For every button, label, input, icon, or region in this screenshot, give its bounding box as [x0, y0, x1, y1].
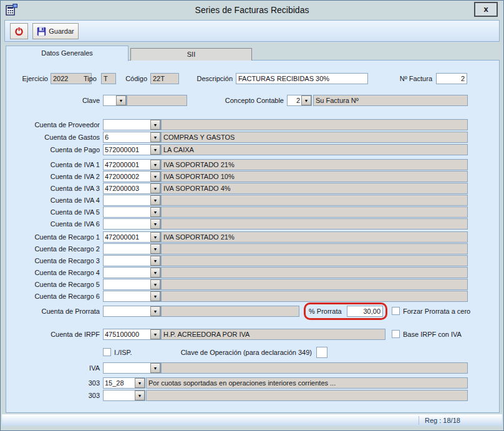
cuenta-recargo-2-value[interactable]: [104, 244, 150, 254]
chevron-down-icon[interactable]: ▼: [116, 95, 126, 105]
cuenta-pago-desc: LA CAIXA: [161, 144, 468, 155]
cuenta-gastos-combo[interactable]: 6 ▼: [103, 132, 161, 143]
cuenta-iva-3-row: Cuenta de IVA 3 472000003▼ IVA SOPORTADO…: [6, 183, 499, 194]
cuenta-iva-6-label: Cuenta de IVA 6: [6, 218, 100, 230]
chevron-down-icon[interactable]: ▼: [150, 306, 160, 316]
chevron-down-icon[interactable]: ▼: [301, 95, 311, 105]
chevron-down-icon[interactable]: ▼: [150, 172, 160, 182]
cuenta-recargo-3-value[interactable]: [104, 256, 150, 266]
cuenta-gastos-value[interactable]: 6: [104, 132, 150, 142]
cuenta-iva-4-combo[interactable]: ▼: [103, 195, 161, 206]
chevron-down-icon[interactable]: ▼: [150, 244, 160, 254]
cuenta-recargo-1-combo[interactable]: 472000001▼: [103, 231, 161, 243]
tab-sii[interactable]: SII: [130, 48, 252, 61]
cuenta-prorrata-value[interactable]: [104, 306, 150, 316]
cuenta-recargo-3-desc: [161, 255, 468, 266]
cuenta-iva-2-combo[interactable]: 472000002▼: [103, 171, 161, 182]
save-button[interactable]: Guardar: [32, 23, 79, 39]
cuenta-pago-value[interactable]: 572000001: [104, 145, 150, 155]
clave-value[interactable]: [104, 95, 116, 105]
cuenta-recargo-5-combo[interactable]: ▼: [103, 279, 161, 290]
cuenta-iva-5-value[interactable]: [104, 207, 150, 217]
cuenta-recargo-2-combo[interactable]: ▼: [103, 243, 161, 254]
cuenta-pago-label: Cuenta de Pago: [6, 144, 100, 155]
cuenta-recargo-4-row: Cuenta de Recargo 4 ▼: [6, 267, 499, 278]
clave-row: Clave ▼ Concepto Contable 2 ▼ Su Factura…: [6, 95, 499, 106]
cuenta-iva-1-combo[interactable]: 472000001▼: [103, 159, 161, 170]
chevron-down-icon[interactable]: ▼: [150, 195, 160, 205]
chevron-down-icon[interactable]: ▼: [150, 279, 160, 289]
chevron-down-icon[interactable]: ▼: [135, 390, 145, 400]
header-row: Ejercicio 2022 Tipo T Código 22T Descrip…: [6, 73, 499, 84]
cuenta-recargo-3-combo[interactable]: ▼: [103, 255, 161, 266]
iva-bottom-combo[interactable]: ▼: [103, 362, 161, 374]
close-button[interactable]: x: [474, 2, 498, 17]
forzar-prorrata-checkbox[interactable]: [392, 307, 400, 315]
chevron-down-icon[interactable]: ▼: [150, 363, 160, 373]
descripcion-input[interactable]: FACTURAS RECIBIDAS 30%: [236, 73, 368, 84]
cuenta-iva-6-combo[interactable]: ▼: [103, 218, 161, 230]
modelo-303-2-combo[interactable]: ▼: [103, 390, 145, 401]
cuenta-proveedor-value[interactable]: [104, 120, 150, 130]
modelo-303-1-combo[interactable]: 15_28▼: [103, 377, 145, 389]
cuenta-iva-2-value[interactable]: 472000002: [104, 172, 150, 182]
num-factura-input[interactable]: 2: [436, 73, 467, 84]
clave-combo[interactable]: ▼: [103, 95, 127, 106]
chevron-down-icon[interactable]: ▼: [150, 160, 160, 170]
record-count: Reg : 18/18: [425, 417, 460, 424]
cuenta-proveedor-desc: [161, 119, 468, 130]
cuenta-recargo-4-value[interactable]: [104, 268, 150, 278]
cuenta-iva-6-value[interactable]: [104, 219, 150, 229]
chevron-down-icon[interactable]: ▼: [150, 329, 160, 339]
modelo-303-1-desc: Por cuotas soportadas en operaciones int…: [146, 377, 468, 389]
concepto-contable-combo[interactable]: 2 ▼: [287, 95, 312, 106]
cuenta-prorrata-combo[interactable]: ▼: [103, 306, 161, 317]
modelo-303-1-value[interactable]: 15_28: [104, 378, 135, 388]
cuenta-recargo-6-value[interactable]: [104, 291, 150, 301]
chevron-down-icon[interactable]: ▼: [150, 207, 160, 217]
cuenta-iva-2-label: Cuenta de IVA 2: [6, 171, 100, 182]
chevron-down-icon[interactable]: ▼: [150, 291, 160, 301]
cuenta-recargo-6-combo[interactable]: ▼: [103, 291, 161, 302]
tab-datos-generales[interactable]: Datos Generales: [6, 46, 128, 61]
cuenta-iva-3-value[interactable]: 472000003: [104, 183, 150, 193]
isp-checkbox[interactable]: [103, 348, 111, 356]
chevron-down-icon[interactable]: ▼: [150, 219, 160, 229]
toolbar: Guardar: [4, 20, 500, 42]
chevron-down-icon[interactable]: ▼: [135, 378, 145, 388]
cuenta-recargo-5-desc: [161, 279, 468, 290]
chevron-down-icon[interactable]: ▼: [150, 268, 160, 278]
cuenta-recargo-1-value[interactable]: 472000001: [104, 232, 150, 242]
cuenta-recargo-5-value[interactable]: [104, 279, 150, 289]
chevron-down-icon[interactable]: ▼: [150, 145, 160, 155]
base-irpf-checkbox[interactable]: [392, 330, 400, 338]
chevron-down-icon[interactable]: ▼: [150, 132, 160, 142]
cuenta-pago-combo[interactable]: 572000001 ▼: [103, 144, 161, 155]
chevron-down-icon[interactable]: ▼: [150, 232, 160, 242]
cuenta-iva-4-value[interactable]: [104, 195, 150, 205]
cuenta-prorrata-row: Cuenta de Prorrata ▼ % Prorrata 30,00 Fo…: [6, 306, 499, 317]
cuenta-proveedor-combo[interactable]: ▼: [103, 119, 161, 130]
codigo-field: 22T: [150, 73, 179, 84]
cuenta-iva-3-label: Cuenta de IVA 3: [6, 183, 100, 194]
cuenta-irpf-value[interactable]: 475100000: [104, 329, 150, 339]
cuenta-irpf-desc: H.P. ACREEDORA POR IVA: [161, 329, 385, 340]
pct-prorrata-input[interactable]: 30,00: [347, 306, 383, 317]
modelo-303-2-value[interactable]: [104, 390, 135, 400]
cuenta-iva-1-value[interactable]: 472000001: [104, 160, 150, 170]
clave-label: Clave: [6, 95, 100, 106]
exit-button[interactable]: [10, 23, 28, 39]
cuenta-iva-5-combo[interactable]: ▼: [103, 206, 161, 218]
cuenta-irpf-combo[interactable]: 475100000▼: [103, 329, 161, 340]
cuenta-iva-3-combo[interactable]: 472000003▼: [103, 183, 161, 194]
chevron-down-icon[interactable]: ▼: [150, 256, 160, 266]
clave-349-input[interactable]: [316, 347, 327, 358]
concepto-contable-value[interactable]: 2: [288, 95, 301, 105]
cuenta-proveedor-label: Cuenta de Proveedor: [6, 119, 100, 130]
cuenta-irpf-label: Cuenta de IRPF: [6, 329, 100, 340]
chevron-down-icon[interactable]: ▼: [150, 183, 160, 193]
chevron-down-icon[interactable]: ▼: [150, 120, 160, 130]
cuenta-iva-2-desc: IVA SOPORTADO 10%: [161, 171, 468, 182]
iva-bottom-value[interactable]: [104, 363, 150, 373]
cuenta-recargo-4-combo[interactable]: ▼: [103, 267, 161, 278]
